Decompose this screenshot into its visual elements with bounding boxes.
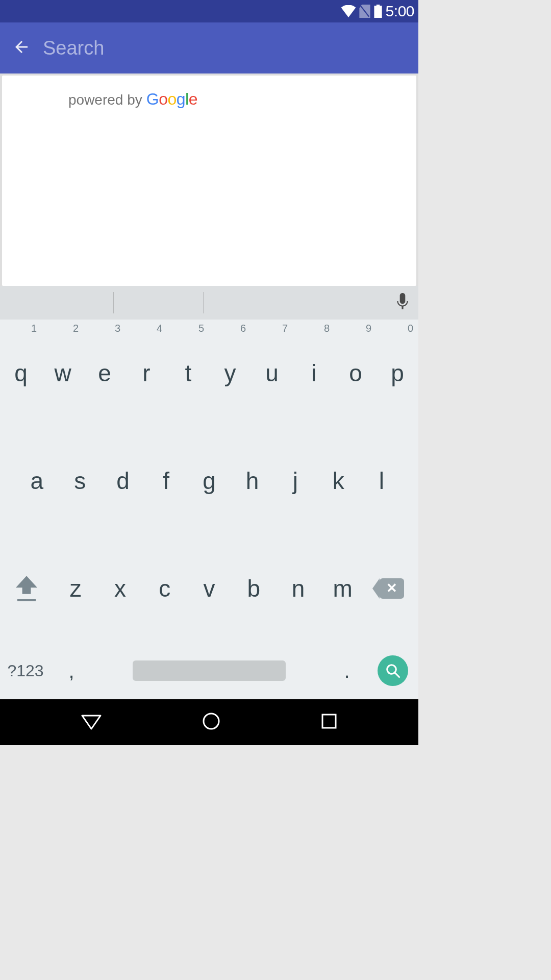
key-c[interactable]: c <box>142 534 187 642</box>
svg-line-2 <box>395 673 399 677</box>
no-sim-icon <box>359 5 370 18</box>
wifi-icon <box>341 5 356 17</box>
backspace-key[interactable]: ✕ <box>365 534 418 642</box>
key-q[interactable]: 1q <box>0 320 42 427</box>
suggestion-divider <box>113 292 114 313</box>
key-g[interactable]: g <box>188 427 231 535</box>
key-row-2: a s d f g h j k l <box>0 427 418 535</box>
results-card: powered by Google <box>2 76 416 286</box>
nav-back-icon[interactable] <box>81 713 102 732</box>
key-row-4: ?123 , . <box>0 642 418 699</box>
spacebar-key[interactable] <box>92 660 327 681</box>
powered-by-label: powered by Google <box>68 90 197 109</box>
key-h[interactable]: h <box>231 427 273 535</box>
key-rows: 1q 2w 3e 4r 5t 6y 7u 8i 9o 0p a s d f g … <box>0 320 418 699</box>
nav-recents-icon[interactable] <box>321 713 337 731</box>
key-b[interactable]: b <box>232 534 276 642</box>
key-v[interactable]: v <box>187 534 231 642</box>
back-arrow-icon[interactable] <box>12 38 31 58</box>
key-r[interactable]: 4r <box>126 320 167 427</box>
search-input[interactable] <box>43 22 418 74</box>
status-time: 5:00 <box>386 3 414 20</box>
suggestion-bar <box>0 286 418 320</box>
key-d[interactable]: d <box>102 427 144 535</box>
key-u[interactable]: 7u <box>251 320 293 427</box>
svg-rect-4 <box>322 715 336 728</box>
key-e[interactable]: 3e <box>84 320 126 427</box>
powered-by-text: powered by <box>68 92 142 108</box>
caps-underline <box>17 599 36 601</box>
search-action-icon <box>378 655 408 686</box>
nav-home-icon[interactable] <box>202 712 220 732</box>
svg-point-3 <box>204 714 219 729</box>
suggestion-divider <box>203 292 204 313</box>
key-row-3: z x c v b n m ✕ <box>0 534 418 642</box>
backspace-icon: ✕ <box>380 578 404 599</box>
microphone-icon[interactable] <box>396 293 409 312</box>
key-k[interactable]: k <box>317 427 360 535</box>
key-o[interactable]: 9o <box>335 320 377 427</box>
spacebar-visual <box>133 660 286 681</box>
key-i[interactable]: 8i <box>293 320 335 427</box>
key-a[interactable]: a <box>15 427 58 535</box>
key-f[interactable]: f <box>144 427 187 535</box>
key-w[interactable]: 2w <box>42 320 84 427</box>
comma-key[interactable]: , <box>51 659 92 682</box>
status-bar: 5:00 <box>0 0 418 22</box>
battery-icon <box>373 5 383 18</box>
key-x[interactable]: x <box>98 534 142 642</box>
system-nav-bar <box>0 699 418 745</box>
period-key[interactable]: . <box>327 659 367 682</box>
google-logo: Google <box>146 90 197 109</box>
key-row-1: 1q 2w 3e 4r 5t 6y 7u 8i 9o 0p <box>0 320 418 427</box>
content-area: powered by Google <box>0 74 418 286</box>
key-s[interactable]: s <box>58 427 101 535</box>
key-m[interactable]: m <box>320 534 365 642</box>
shift-key[interactable] <box>0 534 54 642</box>
key-j[interactable]: j <box>274 427 317 535</box>
key-p[interactable]: 0p <box>377 320 418 427</box>
shift-icon <box>16 576 37 594</box>
symbols-key[interactable]: ?123 <box>0 662 51 680</box>
app-bar <box>0 22 418 74</box>
key-z[interactable]: z <box>54 534 98 642</box>
key-t[interactable]: 5t <box>167 320 209 427</box>
key-l[interactable]: l <box>360 427 403 535</box>
soft-keyboard: 1q 2w 3e 4r 5t 6y 7u 8i 9o 0p a s d f g … <box>0 286 418 699</box>
key-n[interactable]: n <box>276 534 320 642</box>
key-y[interactable]: 6y <box>209 320 251 427</box>
search-enter-key[interactable] <box>367 655 418 686</box>
